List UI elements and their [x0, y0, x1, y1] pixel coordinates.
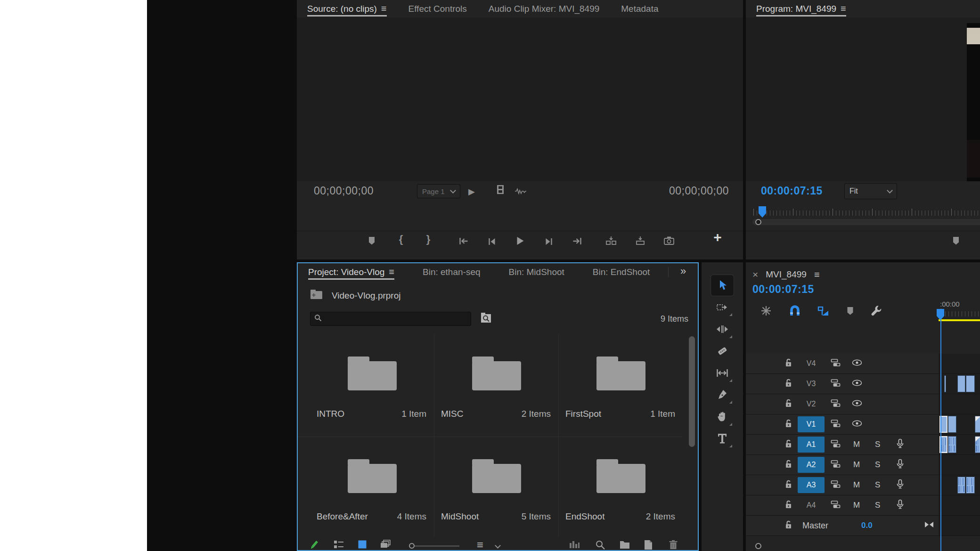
film-settings-icon[interactable] [497, 185, 504, 196]
track-lane-v3[interactable] [939, 374, 980, 394]
panel-menu-icon[interactable]: ≡ [841, 3, 846, 14]
tab-project-video-vlog[interactable]: Project: Video-Vlog≡ [308, 263, 394, 281]
insufficient-media-button[interactable] [760, 305, 772, 319]
track-lane-v1[interactable]: fxMid-ShfxFunnyg [939, 414, 980, 434]
track-select-forward-tool[interactable] [711, 297, 734, 317]
timeline-scrollbar-knob[interactable] [755, 543, 761, 549]
pen-tool[interactable] [711, 384, 734, 405]
type-tool[interactable] [711, 428, 734, 449]
lock-toggle[interactable] [784, 439, 792, 450]
bin-item-intro[interactable]: INTRO1 Item [310, 334, 434, 434]
clip-a3-58[interactable] [966, 477, 975, 494]
clip-v1-77[interactable] [975, 416, 980, 433]
sort-icons-button[interactable]: ≡ [477, 538, 500, 551]
tab-audio-clip-mixer-mvi-8499[interactable]: Audio Clip Mixer: MVI_8499 [489, 0, 600, 17]
add-marker-button[interactable] [847, 307, 854, 317]
panel-menu-icon[interactable]: ≡ [389, 267, 394, 277]
find-button[interactable] [595, 540, 605, 551]
track-lane-v2[interactable] [939, 394, 980, 414]
zoom-slider[interactable] [409, 543, 459, 549]
add-marker-button[interactable] [368, 236, 376, 245]
source-patch-toggle[interactable] [831, 501, 841, 510]
source-patch-toggle[interactable] [831, 480, 841, 490]
work-area-bar[interactable] [939, 319, 980, 321]
clip-v1-20[interactable] [948, 416, 956, 433]
solo-toggle[interactable]: S [875, 460, 880, 470]
source-patch-toggle[interactable] [831, 399, 841, 409]
voiceover-record-toggle[interactable] [897, 439, 904, 451]
delete-item-button[interactable] [669, 540, 678, 551]
track-lane-a1[interactable]: fx [939, 435, 980, 454]
list-view-button[interactable] [334, 540, 344, 551]
source-patch-toggle[interactable] [831, 379, 841, 389]
add-marker-button[interactable] [953, 236, 960, 245]
lock-toggle[interactable] [784, 520, 792, 531]
track-target-toggle-a1[interactable]: A1 [798, 437, 825, 453]
tab-effect-controls[interactable]: Effect Controls [408, 0, 467, 17]
panel-menu-icon[interactable]: ≡ [381, 3, 387, 14]
project-scrollbar[interactable] [689, 336, 695, 447]
pan-keyframe-icon[interactable] [924, 521, 934, 530]
solo-toggle[interactable]: S [875, 440, 880, 449]
track-target-toggle-v3[interactable]: V3 [798, 376, 825, 392]
clip-a3-40[interactable] [957, 477, 965, 494]
track-target-toggle-a4[interactable]: A4 [798, 497, 825, 513]
source-patch-toggle[interactable] [831, 440, 841, 450]
lock-toggle[interactable] [784, 500, 792, 511]
tab-source-no-clips[interactable]: Source: (no clips)≡ [307, 0, 387, 17]
linked-selection-button[interactable] [817, 305, 830, 318]
automate-to-sequence-button[interactable] [569, 540, 580, 551]
razor-tool[interactable] [711, 340, 734, 361]
source-patch-toggle[interactable] [831, 359, 841, 369]
source-patch-toggle[interactable] [831, 420, 841, 429]
track-output-toggle[interactable] [852, 359, 862, 368]
hand-tool[interactable] [711, 406, 734, 427]
insert-button[interactable] [605, 236, 617, 245]
lock-toggle[interactable] [784, 460, 792, 470]
program-scrollbar[interactable] [752, 219, 980, 225]
track-target-toggle-v2[interactable]: V2 [798, 396, 825, 412]
bin-item-midshoot[interactable]: MidShoot5 Items [434, 437, 558, 537]
go-to-out-button[interactable] [572, 237, 582, 245]
clip-a1-20[interactable] [948, 436, 956, 453]
bin-item-before-after[interactable]: Before&After4 Items [310, 437, 434, 537]
mute-toggle[interactable]: M [853, 480, 860, 490]
search-box[interactable] [310, 312, 471, 326]
track-target-toggle-a3[interactable]: A3 [798, 477, 825, 493]
track-lane-a4[interactable] [939, 495, 980, 515]
track-target-toggle-a2[interactable]: A2 [798, 457, 825, 473]
close-icon[interactable]: × [752, 269, 758, 280]
bin-item-endshoot[interactable]: EndShoot2 Items [559, 437, 683, 537]
track-lane-master[interactable] [939, 516, 980, 535]
track-lane-a3[interactable] [939, 475, 980, 495]
overwrite-button[interactable] [635, 236, 646, 245]
bin-item-firstspot[interactable]: FirstSpot1 Item [559, 334, 683, 434]
button-editor-button[interactable]: + [713, 229, 722, 245]
slip-tool[interactable] [711, 363, 734, 383]
solo-toggle[interactable]: S [875, 501, 880, 510]
lock-toggle[interactable] [784, 399, 792, 410]
track-output-toggle[interactable] [852, 420, 862, 429]
tab-overflow-button[interactable]: » [680, 265, 686, 277]
lock-toggle[interactable] [784, 358, 792, 369]
track-output-toggle[interactable] [852, 400, 862, 408]
clip-a1-77[interactable] [975, 436, 980, 453]
new-item-button[interactable] [644, 540, 653, 551]
step-back-button[interactable] [488, 238, 496, 245]
track-lane-a2[interactable]: fx [939, 455, 980, 475]
lock-toggle[interactable] [784, 379, 792, 389]
tab-bin-endshoot[interactable]: Bin: EndShoot [593, 263, 650, 281]
writable-status-button[interactable] [308, 540, 319, 551]
selection-tool[interactable] [711, 275, 734, 296]
search-input[interactable] [325, 315, 461, 323]
step-forward-button[interactable] [545, 238, 553, 245]
new-bin-button[interactable] [619, 540, 630, 551]
track-lane-v4[interactable] [939, 354, 980, 373]
find-in-bin-icon[interactable] [481, 312, 492, 325]
page-selector-dropdown[interactable]: Page 1 [417, 184, 460, 198]
mute-toggle[interactable]: M [853, 460, 860, 470]
solo-toggle[interactable]: S [875, 480, 880, 490]
tab-metadata[interactable]: Metadata [621, 0, 658, 17]
lock-toggle[interactable] [784, 480, 792, 491]
tab-bin-ethan-seq[interactable]: Bin: ethan-seq [423, 263, 481, 281]
